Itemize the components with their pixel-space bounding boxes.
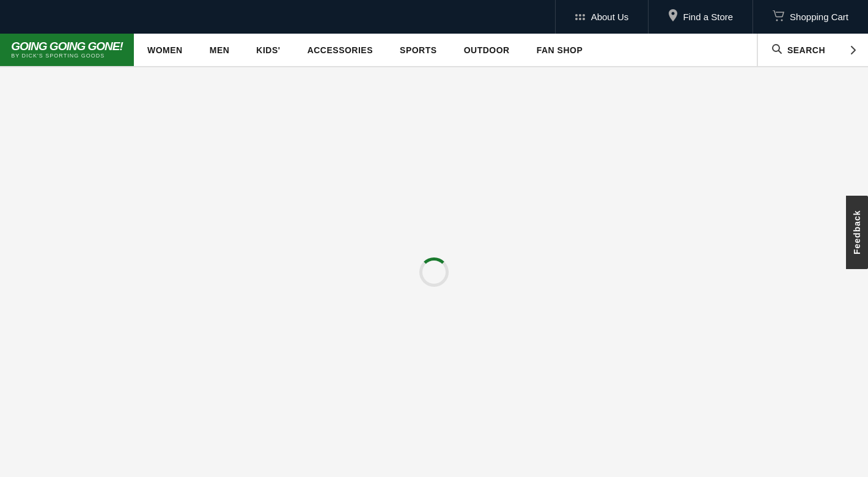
about-us-button[interactable]: About Us	[555, 0, 649, 34]
find-store-label: Find a Store	[683, 12, 733, 22]
feedback-label: Feedback	[852, 210, 862, 255]
nav-items: WOMEN MEN KIDS' ACCESSORIES SPORTS OUTDO…	[134, 34, 757, 66]
loading-spinner-container	[419, 257, 449, 287]
shopping-cart-button[interactable]: Shopping Cart	[752, 0, 868, 34]
about-us-icon	[575, 14, 586, 20]
logo-text: GOING GOING GONE! BY DICK'S SPORTING GOO…	[11, 40, 123, 59]
nav-bar: GOING GOING GONE! BY DICK'S SPORTING GOO…	[0, 34, 868, 67]
loading-spinner	[419, 257, 449, 287]
nav-item-fan-shop[interactable]: FAN SHOP	[523, 34, 597, 66]
about-us-label: About Us	[591, 12, 629, 22]
search-button[interactable]: SEARCH	[757, 34, 839, 66]
nav-item-men[interactable]: MEN	[196, 34, 243, 66]
location-icon	[668, 9, 678, 24]
logo[interactable]: GOING GOING GONE! BY DICK'S SPORTING GOO…	[0, 34, 134, 66]
svg-line-3	[778, 51, 781, 54]
svg-point-1	[781, 20, 783, 21]
find-store-button[interactable]: Find a Store	[648, 0, 752, 34]
svg-point-0	[776, 20, 778, 21]
nav-item-kids[interactable]: KIDS'	[243, 34, 293, 66]
top-bar: About Us Find a Store Shopping Cart	[0, 0, 868, 34]
feedback-tab[interactable]: Feedback	[846, 196, 868, 269]
top-bar-actions: About Us Find a Store Shopping Cart	[555, 0, 868, 34]
search-icon	[771, 43, 782, 56]
nav-item-accessories[interactable]: ACCESSORIES	[294, 34, 386, 66]
nav-item-outdoor[interactable]: OUTDOOR	[451, 34, 523, 66]
shopping-cart-label: Shopping Cart	[790, 12, 848, 22]
nav-next-arrow[interactable]	[839, 34, 868, 66]
main-content	[0, 67, 868, 477]
nav-item-sports[interactable]: SPORTS	[386, 34, 451, 66]
search-label: SEARCH	[787, 45, 825, 55]
nav-item-women[interactable]: WOMEN	[134, 34, 196, 66]
cart-icon	[773, 10, 785, 23]
